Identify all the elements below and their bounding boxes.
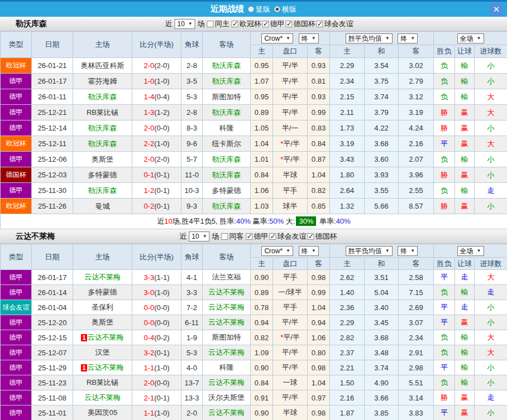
home-team: 圣保利 xyxy=(73,300,132,315)
final-avg-select[interactable]: 终▼ xyxy=(398,33,418,44)
final-odds-select[interactable]: 终▼ xyxy=(299,246,319,256)
summary-segment: 10 xyxy=(164,217,172,225)
match-row: 球会友谊26-01-04圣保利0-0(0-0)7-2云达不莱梅0.78平手1.0… xyxy=(1,300,507,315)
handicap: 平手 xyxy=(273,270,308,285)
chevron-down-icon: ▼ xyxy=(410,247,415,255)
league-filter[interactable]: 欧冠杯 xyxy=(232,19,261,29)
handicap-label: 平/半 xyxy=(282,393,299,402)
avg-home: 1.80 xyxy=(330,167,365,183)
team-label: 云达不莱梅 xyxy=(208,288,245,296)
radio-selected-icon[interactable] xyxy=(274,6,280,12)
checkbox-icon[interactable] xyxy=(262,21,269,27)
league-filter[interactable]: 德甲 xyxy=(246,231,269,242)
avg-draw: 5.04 xyxy=(365,285,399,300)
checkbox-icon[interactable] xyxy=(246,233,253,240)
score: 2-0(2-0) xyxy=(132,58,181,74)
rank-badge: 1 xyxy=(81,364,87,371)
home-team: 曼城 xyxy=(73,199,132,214)
checkbox-icon[interactable] xyxy=(317,21,323,27)
odds-home: 1.03 xyxy=(251,199,273,214)
league-filter[interactable]: 德国杯 xyxy=(286,19,315,29)
team-label: 勒沃库森 xyxy=(212,202,241,210)
odds-away: 0.84 xyxy=(308,136,330,152)
summary-segment: 50% xyxy=(269,217,284,225)
odds-home: 0.90 xyxy=(251,360,273,375)
close-button[interactable]: ✕ xyxy=(490,3,503,16)
away-team: 云达不莱梅 xyxy=(203,285,251,300)
checkbox-icon[interactable] xyxy=(207,21,214,27)
match-row: 德国杯25-12-03多特蒙德0-1(0-1)11-0勒沃库森0.84半球1.0… xyxy=(1,167,507,183)
fullmatch-select[interactable]: 全场▼ xyxy=(457,246,484,256)
avg-odds-select[interactable]: 胜平负均值▼ xyxy=(346,33,393,44)
match-date: 26-01-04 xyxy=(32,300,73,315)
avg-odds-select[interactable]: 胜平负均值▼ xyxy=(346,246,393,256)
handicap-label: 平/半 xyxy=(282,61,299,70)
odds-away: 0.98 xyxy=(308,270,330,285)
handicap: 平手 xyxy=(273,183,308,199)
league-filter[interactable]: 德甲 xyxy=(262,19,285,29)
league-filter[interactable]: 球会友谊 xyxy=(270,231,307,242)
col-header-score: 比分(半场) xyxy=(132,244,181,270)
subcol-odds-away: 客 xyxy=(308,45,330,58)
final-odds-select[interactable]: 终▼ xyxy=(299,33,319,44)
team-label: 云达不莱梅 xyxy=(208,348,245,356)
team-label: 美因茨05 xyxy=(88,408,117,417)
odds-away: 1.04 xyxy=(308,167,330,183)
league-filter[interactable]: 球会友谊 xyxy=(317,19,353,29)
fullmatch-select[interactable]: 全场▼ xyxy=(457,33,484,44)
match-date: 25-11-08 xyxy=(32,390,73,405)
avg-away: 2.34 xyxy=(399,330,434,345)
fulltime-score: 2-0 xyxy=(144,61,154,70)
avg-home: 2.36 xyxy=(330,300,365,315)
match-date: 25-11-29 xyxy=(32,360,73,375)
same-venue-label: 同主 xyxy=(215,19,229,29)
odds-away: 0.98 xyxy=(308,360,330,375)
score: 3-3(1-1) xyxy=(132,270,181,285)
result-handicap: 走 xyxy=(455,300,475,315)
home-team: 勒沃库森 xyxy=(73,120,132,136)
corners: 13-3 xyxy=(181,390,203,405)
away-team: 纽卡斯尔 xyxy=(203,136,251,152)
corners: 9-6 xyxy=(181,136,203,152)
result-wdl: 负 xyxy=(434,285,455,300)
avg-away: 2.55 xyxy=(399,183,434,199)
handicap-label: 平/半 xyxy=(282,77,299,85)
final-avg-select[interactable]: 终▼ xyxy=(398,246,418,256)
radio-unselected-icon[interactable] xyxy=(248,6,254,12)
result-goals: 大 xyxy=(475,330,507,345)
checkbox-icon[interactable] xyxy=(308,233,314,240)
odds-source-select[interactable]: Crow*▼ xyxy=(261,33,293,44)
match-count-select[interactable]: 10 ▼ xyxy=(189,231,209,242)
checkbox-icon[interactable] xyxy=(286,21,293,27)
checkbox-icon[interactable] xyxy=(232,21,238,27)
avg-draw: 3.48 xyxy=(365,345,399,360)
subcol-avg-draw: 和 xyxy=(365,258,399,270)
home-team: 1云达不莱梅 xyxy=(73,330,132,345)
result-goals: 大 xyxy=(475,345,507,360)
halftime-score: (0-0) xyxy=(154,124,169,132)
home-team: 多特蒙德 xyxy=(73,167,132,183)
avg-draw: 3.68 xyxy=(365,330,399,345)
layout-horizontal-radio[interactable]: 横版 xyxy=(274,4,296,15)
result-goals: 小 xyxy=(475,360,507,375)
col-header-score: 比分(半场) xyxy=(132,32,181,58)
summary-segment: 40% xyxy=(236,217,251,225)
league-filter[interactable]: 德国杯 xyxy=(308,231,337,242)
avg-draw: 3.54 xyxy=(365,58,399,74)
avg-draw: 3.51 xyxy=(365,270,399,285)
home-team: 多特蒙德 xyxy=(73,285,132,300)
col-header-type: 类型 xyxy=(1,244,32,270)
avg-away: 4.24 xyxy=(399,120,434,136)
corners: 4-1 xyxy=(181,270,203,285)
team-label: 云达不莱梅 xyxy=(208,303,245,311)
titlebar: 近期战绩 竖版 横版 ✕ xyxy=(0,0,507,17)
checkbox-icon[interactable] xyxy=(270,233,276,240)
checkbox-icon[interactable] xyxy=(222,233,228,240)
same-venue-filter[interactable]: 同客 xyxy=(222,231,244,242)
odds-source-select[interactable]: Crow*▼ xyxy=(261,246,293,256)
match-count-select[interactable]: 10 ▼ xyxy=(174,19,195,29)
layout-vertical-radio[interactable]: 竖版 xyxy=(248,4,270,15)
fulltime-score: 1-3 xyxy=(144,108,154,117)
home-team: 1云达不莱梅 xyxy=(73,360,132,375)
same-venue-filter[interactable]: 同主 xyxy=(207,19,229,29)
